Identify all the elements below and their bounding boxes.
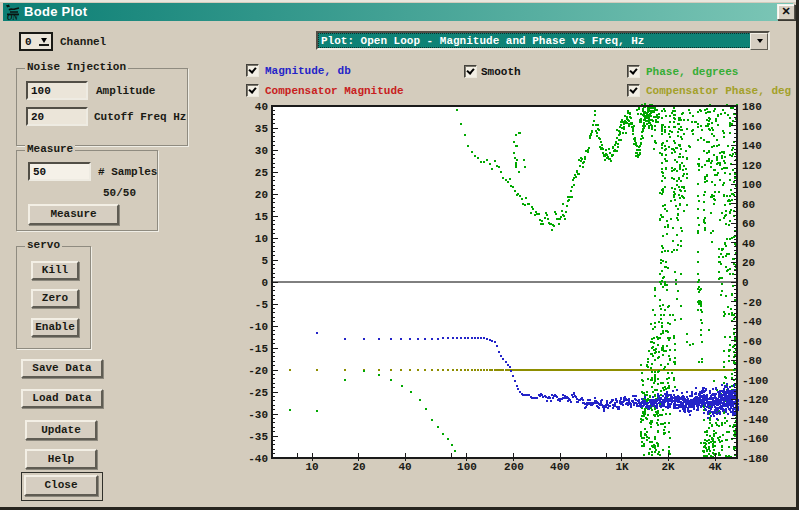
svg-text:20: 20 (255, 189, 268, 201)
svg-text:-140: -140 (742, 414, 768, 426)
svg-text:-160: -160 (742, 433, 768, 445)
svg-text:-40: -40 (248, 453, 268, 465)
svg-text:-15: -15 (248, 343, 268, 355)
svg-text:25: 25 (255, 167, 269, 179)
svg-text:20: 20 (742, 257, 755, 269)
svg-text:160: 160 (742, 121, 762, 133)
svg-text:120: 120 (742, 160, 762, 172)
svg-text:-100: -100 (742, 375, 768, 387)
svg-text:-120: -120 (742, 394, 768, 406)
svg-text:180: 180 (742, 101, 762, 113)
svg-text:40: 40 (255, 101, 268, 113)
svg-text:-180: -180 (742, 453, 768, 465)
svg-text:400: 400 (550, 461, 570, 473)
svg-text:35: 35 (255, 123, 269, 135)
svg-text:10: 10 (255, 233, 268, 245)
svg-text:20: 20 (352, 461, 365, 473)
svg-text:30: 30 (255, 145, 268, 157)
svg-text:1K: 1K (615, 461, 629, 473)
svg-text:4K: 4K (708, 461, 722, 473)
svg-text:0: 0 (261, 277, 268, 289)
svg-text:40: 40 (742, 238, 755, 250)
svg-text:10: 10 (305, 461, 318, 473)
svg-text:-40: -40 (742, 316, 762, 328)
svg-text:-20: -20 (248, 365, 268, 377)
svg-text:5: 5 (261, 255, 268, 267)
svg-text:-35: -35 (248, 431, 268, 443)
svg-text:15: 15 (255, 211, 269, 223)
svg-text:-25: -25 (248, 387, 268, 399)
svg-text:2K: 2K (661, 461, 675, 473)
svg-text:60: 60 (742, 218, 755, 230)
svg-text:40: 40 (398, 461, 411, 473)
svg-text:-30: -30 (248, 409, 268, 421)
svg-text:100: 100 (457, 461, 477, 473)
svg-text:-10: -10 (248, 321, 268, 333)
svg-text:-80: -80 (742, 355, 762, 367)
svg-text:80: 80 (742, 199, 755, 211)
svg-text:0: 0 (742, 277, 749, 289)
svg-text:-5: -5 (255, 299, 269, 311)
svg-text:100: 100 (742, 179, 762, 191)
svg-text:140: 140 (742, 140, 762, 152)
svg-text:-60: -60 (742, 336, 762, 348)
svg-text:200: 200 (504, 461, 524, 473)
svg-text:-20: -20 (742, 297, 762, 309)
